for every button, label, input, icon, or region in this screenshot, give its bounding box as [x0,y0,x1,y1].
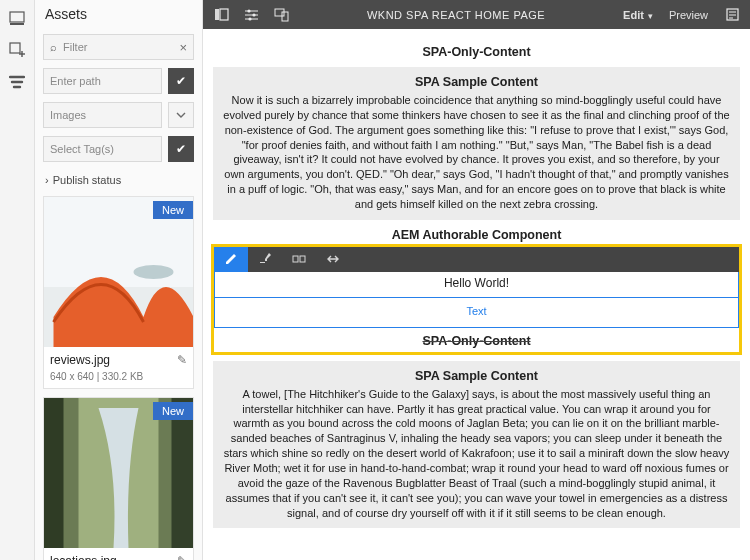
configure-tool-icon[interactable] [248,247,282,272]
assets-title: Assets [35,0,202,30]
left-rail [0,0,35,560]
svg-rect-11 [172,398,194,548]
svg-rect-2 [10,43,20,53]
filter-placeholder: Filter [63,41,87,53]
mode-label: Edit [623,9,644,21]
svg-rect-27 [293,256,298,262]
sample-content-block: SPA Sample Content A towel, [The Hitchhi… [213,361,740,529]
asset-thumbnail [44,197,193,347]
sample-title: SPA Sample Content [223,369,730,383]
type-value: Images [50,109,86,121]
convert-tool-icon[interactable] [316,247,350,272]
publish-status-label: Publish status [53,174,121,186]
sample-content-block: SPA Sample Content Now it is such a biza… [213,67,740,220]
svg-point-7 [134,265,174,279]
assets-panel-icon[interactable] [7,8,27,28]
asset-card[interactable]: New locations.jpg ✎ [43,397,194,560]
add-component-icon[interactable] [7,40,27,60]
svg-rect-26 [260,262,265,263]
edit-tool-icon[interactable] [214,247,248,272]
asset-name: reviews.jpg [50,353,110,367]
toggle-panel-icon[interactable] [213,7,229,23]
selected-component-zone[interactable]: Hello World! Text SPA-Only-Content [211,244,742,355]
edit-asset-icon[interactable]: ✎ [177,353,187,367]
tags-input[interactable]: Select Tag(s) [43,136,162,162]
chevron-right-icon: › [45,174,49,186]
asset-name: locations.jpg [50,554,117,560]
assets-panel: Assets ⌕ Filter × Enter path ✔ Images Se… [35,0,203,560]
svg-rect-10 [44,398,64,548]
sample-title: SPA Sample Content [223,75,730,89]
preview-link[interactable]: Preview [669,9,708,21]
svg-rect-12 [215,9,219,20]
svg-rect-0 [10,12,24,22]
asset-thumbnail [44,398,193,548]
tags-placeholder: Select Tag(s) [50,143,114,155]
search-icon: ⌕ [50,41,57,53]
svg-rect-1 [10,23,24,25]
tags-check-toggle[interactable]: ✔ [168,136,194,162]
spa-only-heading-struck: SPA-Only-Content [214,328,739,352]
preview-settings-icon[interactable] [243,7,259,23]
path-placeholder: Enter path [50,75,101,87]
path-check-toggle[interactable]: ✔ [168,68,194,94]
edit-asset-icon[interactable]: ✎ [177,554,187,560]
svg-point-19 [248,17,251,20]
svg-rect-13 [220,9,228,20]
asset-card[interactable]: New reviews.jpg ✎ 640 x 640 | 330.2 KB [43,196,194,389]
new-badge: New [153,402,193,420]
component-toolbar [214,247,739,272]
path-input[interactable]: Enter path [43,68,162,94]
editor-canvas: WKND SPA REACT HOME PAGE Edit▾ Preview S… [203,0,750,560]
page-content: SPA-Only-Content SPA Sample Content Now … [203,29,750,560]
chevron-down-icon: ▾ [648,11,653,21]
filter-input[interactable]: ⌕ Filter × [43,34,194,60]
spa-only-heading: SPA-Only-Content [213,45,740,59]
new-badge: New [153,201,193,219]
layout-tool-icon[interactable] [282,247,316,272]
page-info-icon[interactable] [724,7,740,23]
mode-switcher[interactable]: Edit▾ [623,9,653,21]
device-emulator-icon[interactable] [273,7,289,23]
svg-point-17 [252,13,255,16]
editor-topbar: WKND SPA REACT HOME PAGE Edit▾ Preview [203,0,750,29]
publish-status-toggle[interactable]: › Publish status [35,166,202,194]
sample-body: Now it is such a bizarrely improbable co… [223,93,730,212]
text-drop-zone[interactable]: Text [214,298,739,328]
svg-point-15 [247,9,250,12]
page-title: WKND SPA REACT HOME PAGE [289,9,623,21]
asset-dimensions: 640 x 640 | 330.2 KB [44,371,193,388]
type-dropdown-caret[interactable] [168,102,194,128]
sample-body: A towel, [The Hitchhiker's Guide to the … [223,387,730,521]
clear-filter-icon[interactable]: × [179,40,187,55]
content-tree-icon[interactable] [7,72,27,92]
aem-component-heading: AEM Authorable Component [213,228,740,242]
text-component[interactable]: Hello World! [214,272,739,298]
svg-rect-28 [300,256,305,262]
type-select[interactable]: Images [43,102,162,128]
